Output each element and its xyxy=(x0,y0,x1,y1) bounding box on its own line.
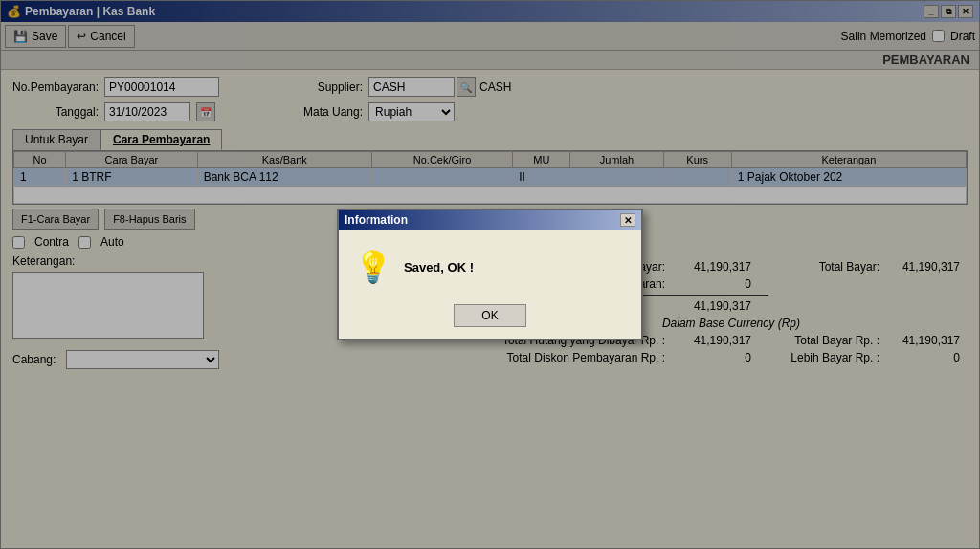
modal-title-bar: Information ✕ xyxy=(339,210,641,230)
modal-overlay: Information ✕ 💡 Saved, OK ! OK xyxy=(0,0,980,549)
modal-body: 💡 Saved, OK ! xyxy=(339,230,641,296)
modal-title: Information xyxy=(345,213,408,227)
modal-ok-button[interactable]: OK xyxy=(454,304,525,327)
modal-message: Saved, OK ! xyxy=(404,260,474,274)
information-dialog: Information ✕ 💡 Saved, OK ! OK xyxy=(337,209,643,340)
modal-close-button[interactable]: ✕ xyxy=(620,213,635,227)
info-icon: 💡 xyxy=(354,249,392,285)
modal-footer: OK xyxy=(339,296,641,339)
